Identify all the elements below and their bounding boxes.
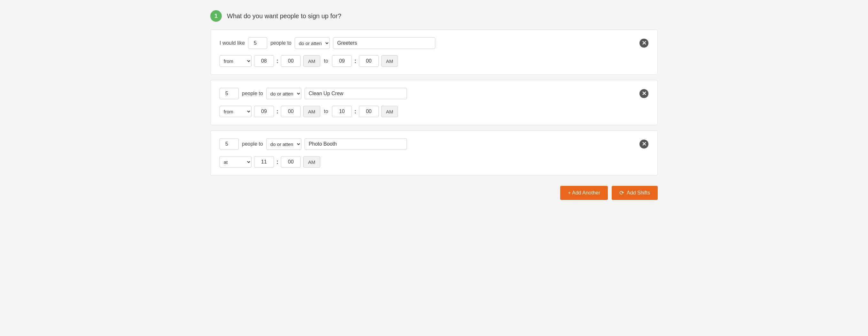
- add-shifts-icon: ⟳: [619, 190, 624, 196]
- close-icon-3: ✕: [640, 140, 648, 148]
- remove-card-1-button[interactable]: ✕: [640, 39, 648, 47]
- from-min-3[interactable]: [281, 156, 301, 168]
- footer-actions: + Add Another ⟳ Add Shifts: [210, 186, 658, 200]
- remove-card-3-button[interactable]: ✕: [640, 140, 648, 148]
- from-ampm-1[interactable]: AM: [303, 55, 320, 67]
- to-label-2: to: [324, 109, 328, 114]
- add-shifts-button[interactable]: ⟳ Add Shifts: [612, 186, 658, 200]
- time-sep-1b: :: [354, 58, 356, 65]
- time-mode-select-2[interactable]: from at on: [220, 106, 251, 117]
- question-header: 1 What do you want people to sign up for…: [210, 10, 658, 22]
- signup-card-3: people to do or atten bring lead ✕ from …: [210, 130, 658, 176]
- time-sep-1a: :: [276, 58, 278, 65]
- quantity-input-3[interactable]: [220, 138, 239, 150]
- to-label-1: to: [324, 58, 328, 64]
- type-select-1[interactable]: do or atten bring lead: [294, 37, 330, 49]
- page-container: 1 What do you want people to sign up for…: [210, 10, 658, 200]
- type-select-2[interactable]: do or atten bring lead: [266, 88, 301, 99]
- quantity-input-2[interactable]: [220, 88, 239, 99]
- people-to-label-1: people to: [270, 40, 291, 46]
- from-ampm-2[interactable]: AM: [303, 106, 320, 117]
- time-sep-2a: :: [276, 108, 278, 115]
- from-hour-3[interactable]: [254, 156, 274, 168]
- page-question: What do you want people to sign up for?: [227, 12, 341, 20]
- to-ampm-1[interactable]: AM: [381, 55, 398, 67]
- close-icon-2: ✕: [640, 89, 648, 98]
- signup-card-2: people to do or atten bring lead ✕ from …: [210, 80, 658, 125]
- type-select-3[interactable]: do or atten bring lead: [266, 138, 301, 150]
- from-min-2[interactable]: [281, 106, 301, 117]
- add-another-button[interactable]: + Add Another: [560, 186, 608, 200]
- time-row-2: from at on : AM to : AM: [220, 106, 648, 117]
- time-mode-select-1[interactable]: from at on: [220, 55, 251, 67]
- name-input-2[interactable]: [305, 88, 407, 99]
- from-min-1[interactable]: [281, 55, 301, 67]
- name-input-1[interactable]: [333, 37, 435, 49]
- to-ampm-2[interactable]: AM: [381, 106, 398, 117]
- prefix-label-1: I would like: [220, 40, 245, 46]
- remove-card-2-button[interactable]: ✕: [640, 89, 648, 98]
- quantity-input-1[interactable]: [248, 37, 267, 49]
- to-min-1[interactable]: [359, 55, 379, 67]
- name-input-3[interactable]: [305, 138, 407, 150]
- to-hour-2[interactable]: [332, 106, 352, 117]
- time-row-3: from at on : AM: [220, 156, 648, 168]
- people-to-label-3: people to: [242, 141, 263, 147]
- people-to-label-2: people to: [242, 91, 263, 96]
- time-sep-3a: :: [276, 159, 278, 165]
- time-row-1: from at on : AM to : AM: [220, 55, 648, 67]
- from-hour-2[interactable]: [254, 106, 274, 117]
- from-hour-1[interactable]: [254, 55, 274, 67]
- time-mode-select-3[interactable]: from at on: [220, 156, 251, 168]
- from-ampm-3[interactable]: AM: [303, 156, 320, 168]
- close-icon-1: ✕: [640, 39, 648, 47]
- time-sep-2b: :: [354, 108, 356, 115]
- step-number: 1: [210, 10, 222, 22]
- signup-card-1: I would like people to do or atten bring…: [210, 29, 658, 75]
- add-shifts-label: Add Shifts: [627, 190, 650, 196]
- to-hour-1[interactable]: [332, 55, 352, 67]
- to-min-2[interactable]: [359, 106, 379, 117]
